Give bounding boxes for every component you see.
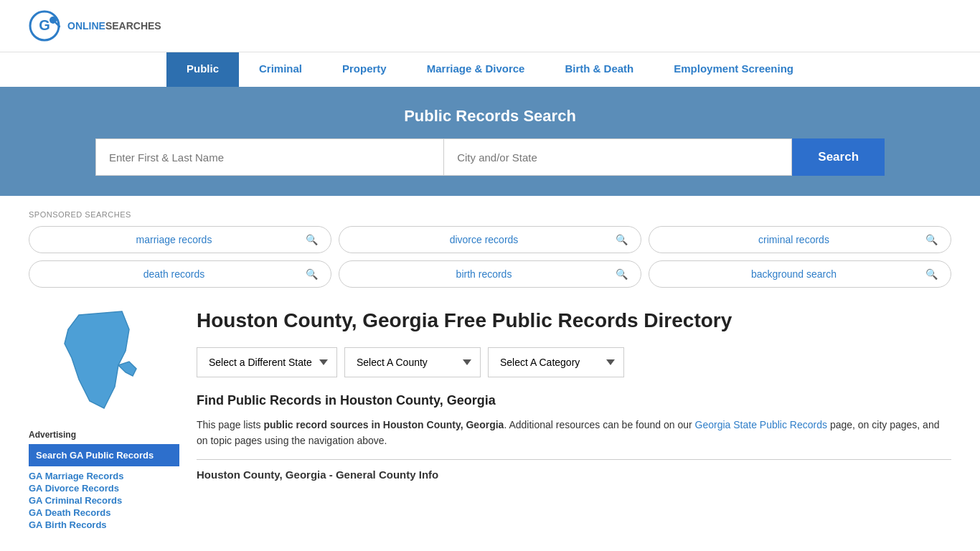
search-pill-icon-5: 🔍 [616, 268, 628, 280]
svg-text:G: G [39, 17, 50, 33]
sponsored-pill-divorce[interactable]: divorce records 🔍 [339, 226, 641, 253]
sponsored-pill-birth[interactable]: birth records 🔍 [339, 260, 641, 288]
search-pill-icon-1: 🔍 [306, 234, 318, 245]
svg-marker-4 [65, 311, 129, 408]
sponsored-pill-birth-text: birth records [352, 268, 616, 280]
sidebar-link-ga-death[interactable]: GA Death Records [29, 507, 179, 518]
sidebar-link-ga-divorce[interactable]: GA Divorce Records [29, 483, 179, 494]
find-heading: Find Public Records in Houston County, G… [197, 393, 951, 408]
search-banner: Public Records Search Search [0, 87, 980, 196]
nav-item-employment[interactable]: Employment Screening [654, 52, 814, 87]
search-pill-icon-6: 🔍 [925, 268, 938, 280]
logo-online: ONLINE [67, 20, 105, 32]
sponsored-pill-background[interactable]: background search 🔍 [649, 260, 951, 288]
nav-item-birth-death[interactable]: Birth & Death [545, 52, 654, 87]
nav-item-public[interactable]: Public [166, 52, 239, 87]
search-pill-icon-4: 🔍 [306, 268, 318, 280]
svg-marker-5 [118, 362, 136, 376]
search-form: Search [95, 138, 885, 176]
sponsored-pill-death[interactable]: death records 🔍 [29, 260, 331, 288]
sponsored-pill-divorce-text: divorce records [352, 234, 616, 245]
logo-area: G ONLINESEARCHES [29, 10, 161, 42]
sponsored-pill-background-text: background search [662, 268, 925, 280]
sidebar-link-ga-criminal[interactable]: GA Criminal Records [29, 495, 179, 506]
search-pill-icon-3: 🔍 [925, 234, 938, 245]
sponsored-pill-criminal[interactable]: criminal records 🔍 [649, 226, 951, 253]
article-content: Houston County, Georgia Free Public Reco… [197, 308, 951, 532]
general-info-heading: Houston County, Georgia - General County… [197, 459, 951, 481]
page-title: Houston County, Georgia Free Public Reco… [197, 308, 951, 333]
state-map-georgia [57, 308, 151, 415]
content-with-sidebar: Advertising Search GA Public Records GA … [29, 308, 951, 532]
logo-searches: SEARCHES [105, 20, 161, 32]
sponsored-pill-marriage[interactable]: marriage records 🔍 [29, 226, 331, 253]
description-paragraph: This page lists public record sources in… [197, 417, 951, 449]
nav-item-marriage-divorce[interactable]: Marriage & Divorce [407, 52, 545, 87]
main-nav: Public Criminal Property Marriage & Divo… [0, 52, 980, 87]
category-selector[interactable]: Select A Category [488, 347, 624, 377]
page-wrapper: G ONLINESEARCHES Public Criminal Propert… [0, 0, 980, 551]
selectors-row: Select a Different State Select A County… [197, 347, 951, 377]
nav-item-criminal[interactable]: Criminal [239, 52, 322, 87]
sponsored-grid: marriage records 🔍 divorce records 🔍 cri… [29, 226, 951, 288]
description-text-1: This page lists [197, 419, 263, 430]
nav-item-property[interactable]: Property [322, 52, 407, 87]
search-banner-title: Public Records Search [29, 107, 951, 126]
sponsored-pill-marriage-text: marriage records [42, 234, 306, 245]
county-selector[interactable]: Select A County [344, 347, 481, 377]
sponsored-label: SPONSORED SEARCHES [29, 210, 951, 219]
sidebar-link-ga-birth[interactable]: GA Birth Records [29, 519, 179, 530]
description-bold: public record sources in Houston County,… [263, 419, 504, 430]
logo-text: ONLINESEARCHES [67, 20, 161, 32]
description-text-2: . Additional resources can be found on o… [504, 419, 694, 430]
location-input[interactable] [443, 138, 792, 176]
georgia-state-link[interactable]: Georgia State Public Records [695, 419, 827, 430]
header: G ONLINESEARCHES [0, 0, 980, 52]
sidebar-ad-highlight[interactable]: Search GA Public Records [29, 444, 179, 466]
advertising-label: Advertising [29, 430, 179, 440]
sponsored-pill-criminal-text: criminal records [662, 234, 925, 245]
state-selector[interactable]: Select a Different State [197, 347, 337, 377]
sidebar-link-ga-marriage[interactable]: GA Marriage Records [29, 471, 179, 481]
sidebar: Advertising Search GA Public Records GA … [29, 308, 179, 532]
logo-icon: G [29, 10, 60, 42]
main-content: SPONSORED SEARCHES marriage records 🔍 di… [0, 196, 980, 551]
search-pill-icon-2: 🔍 [616, 234, 628, 245]
name-input[interactable] [95, 138, 443, 176]
sponsored-pill-death-text: death records [42, 268, 306, 280]
search-button[interactable]: Search [792, 138, 885, 176]
